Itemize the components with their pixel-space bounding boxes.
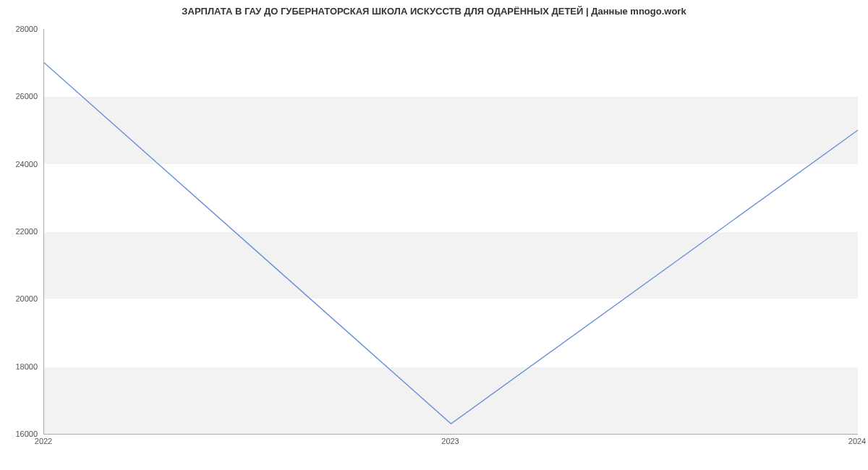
chart-title: ЗАРПЛАТА В ГАУ ДО ГУБЕРНАТОРСКАЯ ШКОЛА И… bbox=[0, 6, 868, 17]
y-tick-label: 22000 bbox=[3, 227, 38, 236]
y-tick-label: 20000 bbox=[3, 294, 38, 303]
y-tick-label: 28000 bbox=[3, 25, 38, 33]
line-path bbox=[44, 63, 858, 424]
x-tick-label: 2023 bbox=[441, 437, 459, 445]
y-tick-label: 16000 bbox=[3, 430, 38, 438]
plot-area bbox=[43, 29, 858, 435]
line-series bbox=[44, 29, 858, 434]
x-tick-label: 2024 bbox=[848, 437, 866, 445]
y-tick-label: 26000 bbox=[3, 92, 38, 101]
y-tick-label: 24000 bbox=[3, 160, 38, 168]
y-tick-label: 18000 bbox=[3, 362, 38, 371]
x-tick-label: 2022 bbox=[35, 437, 52, 445]
chart-container: ЗАРПЛАТА В ГАУ ДО ГУБЕРНАТОРСКАЯ ШКОЛА И… bbox=[0, 0, 868, 470]
